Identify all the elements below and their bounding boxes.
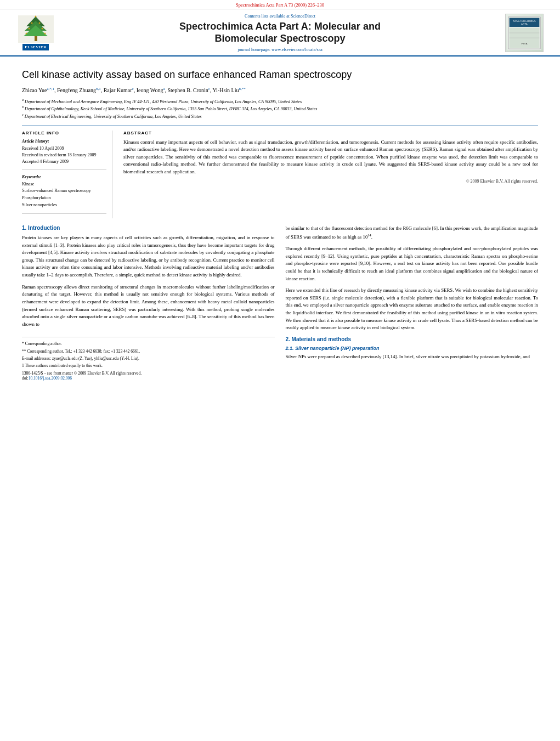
affiliation-c: c Department of Electrical Engineering, … [22, 112, 538, 120]
svg-point-11 [35, 16, 36, 18]
svg-text:SPECTROCHIMICA: SPECTROCHIMICA [513, 20, 536, 22]
svg-point-9 [31, 22, 32, 24]
svg-point-7 [25, 33, 27, 35]
page-wrapper: Spectrochimica Acta Part A 73 (2009) 226… [0, 0, 560, 741]
authors-line: Zhicao Yuea,*,1, Fengfeng Zhuangb,1, Raj… [22, 86, 538, 94]
info-divider [22, 169, 106, 170]
accepted-date: Accepted 4 February 2009 [22, 159, 106, 165]
doi-line: doi:10.1016/j.saa.2009.02.006 [22, 376, 275, 381]
footnote-emails: E-mail addresses: zyue@ucla.edu (Z. Yue)… [22, 355, 275, 361]
footnote-area: * Corresponding author. ** Corresponding… [22, 337, 275, 369]
svg-point-10 [38, 22, 40, 24]
right-para-3: Here we extended this line of research b… [286, 287, 539, 332]
history-label: Article history: [22, 139, 106, 144]
journal-homepage: journal homepage: www.elsevier.com/locat… [66, 47, 494, 52]
journal-header: ELSEVIER Contents lists available at Sci… [0, 9, 560, 56]
right-para-1: be similar to that of the fluorescent de… [286, 225, 539, 241]
sciencedirect-link: Contents lists available at ScienceDirec… [66, 14, 494, 19]
footnote-corresponding2: ** Corresponding author. Tel.: +1 323 44… [22, 348, 275, 354]
homepage-url: www.elsevier.com/locate/saa [271, 47, 323, 52]
article-info-column: ARTICLE INFO Article history: Received 1… [22, 131, 112, 218]
affiliation-b: b Department of Ophthalmology, Keck Scho… [22, 105, 538, 112]
article-history: Article history: Received 10 April 2008 … [22, 139, 106, 165]
materials-heading: 2. Materials and methods [286, 336, 539, 342]
revised-date: Received in revised form 18 January 2009 [22, 152, 106, 159]
issn-line: 1386-1425/$ – see front matter © 2009 El… [22, 371, 275, 376]
footnote-equal-contrib: 1 These authors contributed equally to t… [22, 363, 275, 369]
abstract-text: Kinases control many important aspects o… [123, 139, 538, 176]
info-divider2 [22, 213, 106, 214]
journal-title-line1: Spectrochimica Acta Part A: Molecular an… [66, 21, 494, 33]
journal-citation-bar: Spectrochimica Acta Part A 73 (2009) 226… [0, 0, 560, 9]
intro-heading: 1. Introduction [22, 225, 275, 231]
authors-text: Zhicao Yuea,*,1, Fengfeng Zhuangb,1, Raj… [22, 87, 246, 93]
intro-para-1: Protein kinases are key players in many … [22, 234, 275, 279]
abstract-column: ABSTRACT Kinases control many important … [123, 131, 538, 218]
copyright-line: © 2009 Elsevier B.V. All rights reserved… [123, 179, 538, 184]
main-content-columns: 1. Introduction Protein kinases are key … [22, 225, 538, 381]
right-para-2: Through different enhancement methods, t… [286, 245, 539, 282]
keywords-list: Kinase Surface-enhanced Raman spectrosco… [22, 181, 106, 209]
svg-point-8 [44, 33, 46, 35]
abstract-heading: ABSTRACT [123, 131, 538, 135]
svg-point-5 [28, 28, 30, 30]
main-left-column: 1. Introduction Protein kinases are key … [22, 225, 275, 381]
emails-text: zyue@ucla.edu (Z. Yue), yhliu@usc.edu (Y… [52, 356, 139, 361]
keyword-4: Silver nanoparticles [22, 202, 106, 209]
article-info-heading: ARTICLE INFO [22, 131, 106, 135]
elsevier-badge: ELSEVIER [22, 44, 48, 50]
svg-text:Part A: Part A [521, 42, 527, 45]
keywords-section: Keywords: Kinase Surface-enhanced Raman … [22, 174, 106, 209]
elsevier-tree-icon [18, 15, 54, 43]
svg-point-6 [41, 28, 43, 30]
issn-doi-area: 1386-1425/$ – see front matter © 2009 El… [22, 371, 275, 381]
affiliations: a Department of Mechanical and Aerospace… [22, 98, 538, 120]
keyword-1: Kinase [22, 181, 106, 188]
citation-text: Spectrochimica Acta Part A 73 (2009) 226… [236, 2, 324, 8]
journal-title-line2: Biomolecular Spectroscopy [66, 33, 494, 45]
received-date: Received 10 April 2008 [22, 145, 106, 152]
np-prep-text: Silver NPs were prepared as described pr… [286, 353, 539, 361]
affiliation-a: a Department of Mechanical and Aerospace… [22, 98, 538, 105]
np-prep-subheading: 2.1. Silver nanoparticle (NP) preparatio… [286, 346, 539, 351]
elsevier-logo-area: ELSEVIER [11, 15, 60, 50]
keywords-label: Keywords: [22, 174, 106, 179]
keyword-3: Phosphorylation [22, 195, 106, 202]
keyword-2: Surface-enhanced Raman spectroscopy [22, 188, 106, 195]
journal-cover-thumbnail: SPECTROCHIMICA ACTA Part A [505, 14, 544, 52]
elsevier-logo: ELSEVIER [11, 15, 60, 50]
journal-title: Spectrochimica Acta Part A: Molecular an… [66, 21, 494, 44]
doi-value: 10.1016/j.saa.2009.02.006 [29, 376, 72, 381]
article-title: Cell kinase activity assay based on surf… [22, 69, 538, 81]
svg-text:ACTA: ACTA [521, 23, 528, 26]
main-right-column: be similar to that of the fluorescent de… [286, 225, 539, 381]
article-body: Cell kinase activity assay based on surf… [0, 56, 560, 392]
sciencedirect-brand: ScienceDirect [291, 14, 315, 19]
footnote-corresponding1: * Corresponding author. [22, 341, 275, 347]
journal-title-area: Contents lists available at ScienceDirec… [60, 14, 500, 52]
journal-cover-area: SPECTROCHIMICA ACTA Part A [500, 14, 549, 52]
emails-label: E-mail addresses: [22, 356, 51, 361]
article-info-abstract-section: ARTICLE INFO Article history: Received 1… [22, 126, 538, 218]
intro-para-2: Raman spectroscopy allows direct monitor… [22, 284, 275, 329]
